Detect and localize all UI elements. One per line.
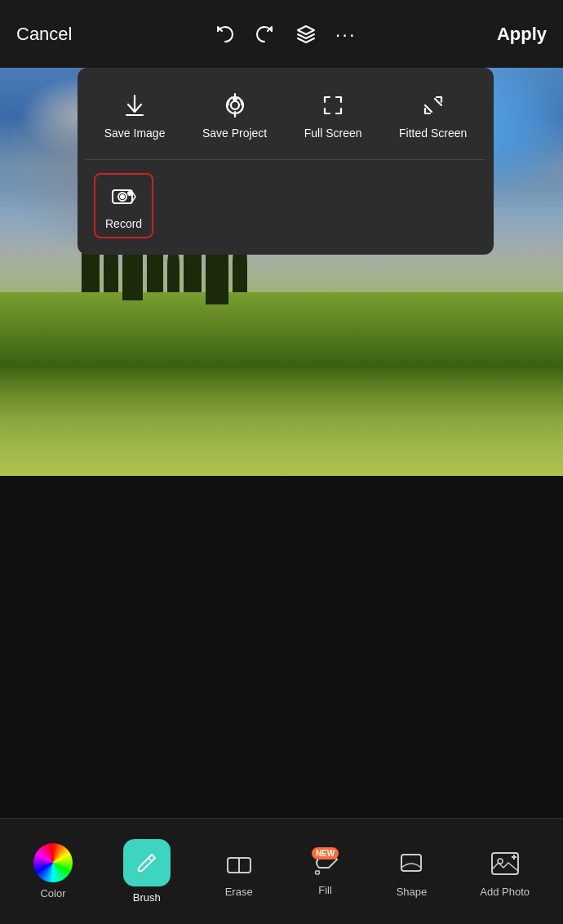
brush-icon-bg [123, 839, 171, 886]
layers-icon[interactable] [295, 23, 317, 46]
save-image-icon [120, 91, 149, 120]
color-wheel-icon [33, 843, 73, 882]
dropdown-row1: Save Image Save Project Full Sc [86, 84, 485, 160]
svg-line-9 [425, 105, 432, 112]
add-photo-tool[interactable]: Add Photo [472, 838, 538, 904]
svg-point-7 [233, 97, 237, 100]
save-project-item[interactable]: Save Project [193, 84, 277, 146]
save-project-label: Save Project [202, 127, 267, 140]
more-icon[interactable]: ··· [335, 23, 357, 46]
apply-button[interactable]: Apply [497, 24, 547, 45]
add-photo-label: Add Photo [480, 886, 530, 898]
svg-marker-0 [298, 26, 314, 34]
record-icon [109, 181, 139, 211]
dropdown-row2: Record [86, 160, 485, 238]
fill-label: Fill [318, 884, 332, 896]
fitted-screen-item[interactable]: Fitted Screen [389, 84, 477, 146]
fitted-screen-icon [419, 91, 448, 120]
brush-tool[interactable]: Brush [115, 833, 179, 910]
black-area [0, 476, 563, 818]
bottom-toolbar: Color Brush Erase NEW Fill [0, 818, 563, 924]
full-screen-icon [318, 91, 348, 120]
record-item[interactable]: Record [94, 173, 153, 238]
svg-rect-18 [401, 855, 421, 871]
shape-label: Shape [397, 886, 428, 898]
erase-icon [221, 845, 257, 881]
ground-layer [0, 292, 563, 476]
header-icons: ··· [213, 23, 357, 46]
color-label: Color [40, 887, 65, 900]
cancel-button[interactable]: Cancel [16, 24, 72, 45]
save-image-label: Save Image [104, 127, 166, 140]
brush-label: Brush [133, 891, 161, 904]
brush-icon [134, 850, 160, 876]
svg-point-12 [121, 195, 124, 198]
header: Cancel ··· Apply [0, 0, 563, 68]
dropdown-menu: Save Image Save Project Full Sc [78, 68, 494, 255]
color-tool[interactable]: Color [25, 837, 81, 906]
fill-tool[interactable]: NEW Fill [299, 841, 352, 903]
save-project-icon [220, 91, 250, 120]
record-label: Record [105, 217, 142, 230]
erase-tool[interactable]: Erase [213, 838, 265, 904]
erase-label: Erase [225, 886, 253, 898]
svg-marker-14 [132, 192, 135, 202]
shape-tool[interactable]: Shape [385, 838, 437, 904]
svg-point-4 [231, 101, 239, 109]
add-photo-icon [487, 845, 523, 881]
redo-icon[interactable] [254, 23, 277, 46]
svg-point-13 [128, 192, 131, 195]
undo-icon[interactable] [213, 23, 236, 46]
shape-icon [393, 845, 429, 881]
svg-line-8 [435, 99, 441, 105]
fitted-screen-label: Fitted Screen [399, 127, 467, 140]
new-badge: NEW [312, 847, 339, 860]
full-screen-item[interactable]: Full Screen [295, 84, 372, 146]
svg-line-15 [149, 858, 152, 861]
save-image-item[interactable]: Save Image [95, 84, 175, 146]
full-screen-label: Full Screen [304, 127, 362, 140]
